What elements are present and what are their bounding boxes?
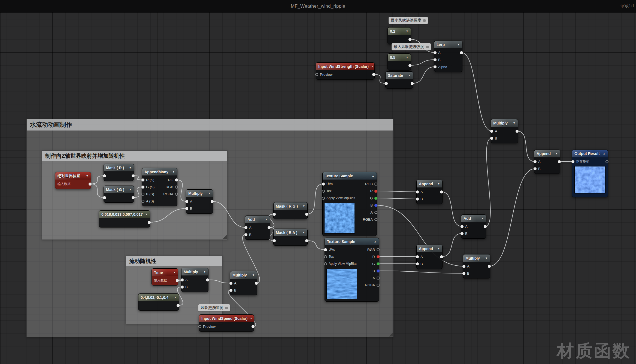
- node-saturate[interactable]: Saturate▼: [385, 71, 413, 89]
- input-pin-Apply View MipBias[interactable]: [322, 197, 325, 200]
- input-pin-UVs[interactable]: [324, 248, 327, 251]
- node-multiplyT[interactable]: Multiply▼AB: [181, 268, 208, 292]
- output-pin-RGB[interactable]: [175, 186, 178, 189]
- node-header[interactable]: Add▼: [245, 216, 270, 223]
- node-windstrength[interactable]: Input WindStrength (Scalar)▼Preview: [316, 62, 375, 80]
- dropdown-arrow-icon[interactable]: ▼: [145, 213, 148, 216]
- dropdown-arrow-icon[interactable]: ▼: [172, 170, 175, 173]
- dropdown-arrow-icon[interactable]: ▼: [174, 296, 177, 299]
- dropdown-arrow-icon[interactable]: ▼: [555, 152, 558, 155]
- input-pin-G (S)[interactable]: [141, 186, 144, 189]
- output-pin-G[interactable]: [374, 197, 377, 200]
- node-time[interactable]: Time▼输入数据: [152, 268, 178, 286]
- output-pin-out[interactable]: [305, 213, 308, 216]
- input-pin-Tex[interactable]: [324, 255, 327, 258]
- output-pin-R[interactable]: [377, 255, 380, 258]
- output-pin-out[interactable]: [252, 325, 255, 328]
- input-pin-B[interactable]: [462, 272, 465, 275]
- node-comment-bubble[interactable]: 最小风吹涟漪强度: [389, 17, 428, 24]
- node-const04[interactable]: 0.4,0.02,-0.1,0.4▼: [138, 293, 179, 311]
- input-pin-A[interactable]: [434, 51, 437, 54]
- input-pin-A[interactable]: [490, 130, 493, 133]
- dropdown-arrow-icon[interactable]: ▼: [173, 271, 176, 274]
- input-pin-B[interactable]: [181, 286, 184, 289]
- node-appendMany[interactable]: AppendMany▼R (S)RGG (S)RGBB (S)RGBAA (S): [142, 168, 177, 206]
- dropdown-arrow-icon[interactable]: ▼: [129, 188, 132, 191]
- node-append1[interactable]: Append▼AB: [416, 180, 443, 204]
- output-pin-RGBA[interactable]: [374, 218, 377, 221]
- input-pin-A[interactable]: [462, 265, 465, 268]
- node-maskG[interactable]: Mask ( G )▼: [104, 186, 134, 203]
- output-pin-RGB[interactable]: [377, 248, 380, 251]
- node-windspeed[interactable]: Input WindSpeed (Scalar)▼Preview: [199, 314, 254, 332]
- dropdown-arrow-icon[interactable]: ▼: [265, 218, 268, 221]
- output-pin-RGB[interactable]: [374, 183, 377, 186]
- input-pin-Tex[interactable]: [322, 190, 325, 193]
- dropdown-arrow-icon[interactable]: ▼: [252, 274, 255, 277]
- dropdown-arrow-icon[interactable]: ▼: [302, 205, 305, 208]
- dropdown-arrow-icon[interactable]: ▼: [485, 257, 488, 260]
- output-pin-RGBA[interactable]: [377, 284, 380, 287]
- node-header[interactable]: Texture Sample▲: [325, 238, 379, 245]
- node-maskR[interactable]: Mask ( R )▼: [104, 164, 134, 181]
- output-pin-out[interactable]: [488, 265, 491, 268]
- node-header[interactable]: 0.4,0.02,-0.1,0.4▼: [138, 294, 179, 301]
- node-header[interactable]: Mask ( B A )▼: [274, 229, 307, 236]
- node-maskRG[interactable]: Mask ( R G )▼: [273, 202, 308, 219]
- node-output[interactable]: Output Result▲正在预览: [572, 150, 608, 197]
- dropdown-arrow-icon[interactable]: ▼: [129, 166, 132, 169]
- node-ts1[interactable]: Texture Sample▲UVsTexApply View MipBiasR…: [322, 172, 377, 236]
- input-pin-B[interactable]: [229, 289, 232, 292]
- output-pin-RG[interactable]: [175, 178, 178, 181]
- input-pin-A[interactable]: [181, 278, 184, 281]
- output-pin-out[interactable]: [411, 82, 414, 85]
- node-header[interactable]: Time▼: [152, 269, 178, 276]
- node-header[interactable]: Multiply▼: [463, 254, 490, 262]
- pin-icon[interactable]: [225, 307, 228, 309]
- node-const02[interactable]: 0.2▼: [387, 27, 411, 44]
- node-header[interactable]: Multiply▼: [230, 271, 257, 279]
- input-pin-in[interactable]: [385, 82, 388, 85]
- node-multiplyTR[interactable]: Multiply▼AB: [491, 119, 518, 143]
- input-pin-A[interactable]: [534, 160, 537, 163]
- dropdown-arrow-icon[interactable]: ▼: [513, 122, 516, 125]
- input-pin-A[interactable]: [244, 226, 247, 229]
- node-header[interactable]: Texture Sample▲: [323, 172, 377, 180]
- node-header[interactable]: Mask ( R )▼: [104, 164, 134, 171]
- dropdown-arrow-icon[interactable]: ▼: [437, 247, 440, 250]
- input-pin-A[interactable]: [229, 282, 232, 285]
- output-pin-A[interactable]: [377, 277, 380, 280]
- node-header[interactable]: Output Result▲: [572, 150, 608, 157]
- output-pin-out[interactable]: [305, 239, 308, 242]
- dropdown-arrow-icon[interactable]: ▼: [408, 74, 411, 77]
- node-maskBA[interactable]: Mask ( B A )▼: [273, 229, 308, 246]
- pin-icon[interactable]: [423, 19, 426, 22]
- output-pin-A[interactable]: [374, 211, 377, 214]
- input-pin-A (S)[interactable]: [141, 200, 144, 203]
- node-header[interactable]: Multiply▼: [491, 119, 518, 127]
- node-header[interactable]: Mask ( G )▼: [104, 186, 134, 193]
- dropdown-arrow-icon[interactable]: ▼: [208, 192, 211, 195]
- output-pin-out[interactable]: [211, 200, 214, 203]
- node-const05[interactable]: 0.5▼: [387, 53, 411, 71]
- output-pin-out[interactable]: [440, 190, 443, 193]
- dropdown-arrow-icon[interactable]: ▼: [302, 231, 305, 234]
- input-pin-R (S)[interactable]: [141, 178, 144, 181]
- input-pin-B (S)[interactable]: [141, 193, 144, 196]
- output-pin-out[interactable]: [408, 64, 411, 67]
- input-pin-Preview[interactable]: [315, 73, 318, 76]
- node-comment-bubble[interactable]: 风吹涟漪速度: [198, 304, 230, 311]
- node-append2[interactable]: Append▼AB: [416, 245, 443, 269]
- input-pin-in[interactable]: [103, 196, 106, 199]
- output-pin-out[interactable]: [484, 225, 487, 228]
- dropdown-arrow-icon[interactable]: ▼: [481, 217, 484, 220]
- input-pin-in[interactable]: [273, 213, 276, 216]
- node-header[interactable]: Append▼: [417, 180, 442, 187]
- dropdown-arrow-icon[interactable]: ▼: [371, 65, 374, 68]
- dropdown-arrow-icon[interactable]: ▼: [457, 43, 460, 46]
- node-header[interactable]: Multiply▼: [186, 190, 213, 197]
- node-header[interactable]: 0.2▼: [388, 28, 411, 35]
- node-header[interactable]: Input WindStrength (Scalar)▼: [316, 63, 374, 70]
- node-header[interactable]: 0.5▼: [388, 54, 411, 61]
- input-pin-in[interactable]: [571, 160, 574, 163]
